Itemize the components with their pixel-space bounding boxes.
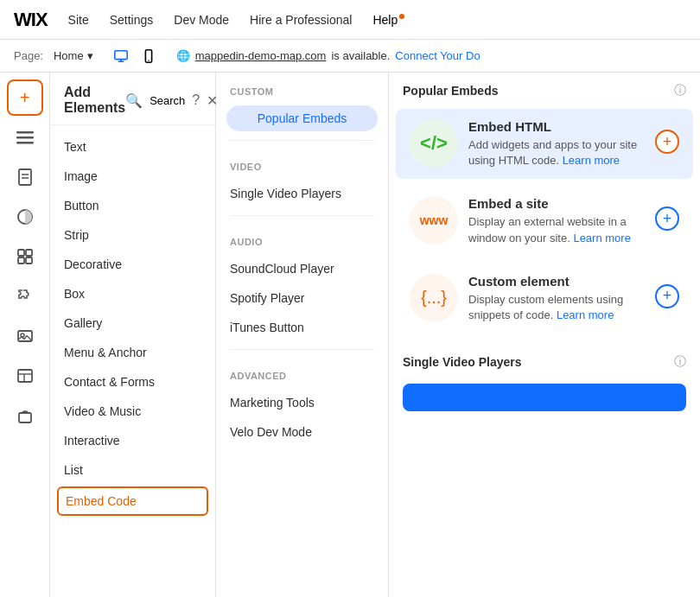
nav-site[interactable]: Site (68, 13, 89, 27)
custom-element-icon-circle: {...} (410, 274, 458, 322)
desktop-icon[interactable] (111, 46, 131, 67)
info-icon: ⓘ (674, 83, 686, 98)
spotify-item[interactable]: Spotify Player (216, 283, 388, 313)
search-label[interactable]: Search (150, 94, 185, 107)
embed-html-desc: Add widgets and apps to your site using … (468, 137, 645, 168)
theme-icon (16, 208, 34, 225)
page-name: Home (54, 49, 84, 62)
top-nav: WIX Site Settings Dev Mode Hire a Profes… (0, 0, 700, 40)
embed-site-desc: Display an external website in a window … (468, 214, 645, 245)
mobile-icon[interactable] (138, 46, 159, 67)
svg-rect-14 (18, 331, 32, 341)
elements-item-video[interactable]: Video & Music (50, 397, 215, 426)
elements-item-list[interactable]: List (50, 455, 215, 485)
svg-point-15 (21, 333, 24, 337)
globe-icon: 🌐 (176, 49, 190, 62)
media-icon-btn[interactable] (7, 318, 43, 354)
soundcloud-item[interactable]: SoundCloud Player (216, 254, 388, 283)
chevron-down-icon: ▾ (87, 49, 93, 62)
elements-item-box[interactable]: Box (50, 279, 215, 308)
embed-html-info: Embed HTML Add widgets and apps to your … (468, 119, 645, 168)
elements-item-strip[interactable]: Strip (50, 220, 215, 250)
svg-point-2 (148, 60, 149, 60)
elements-item-image[interactable]: Image (50, 162, 215, 191)
elements-header-row: Add Elements 🔍 Search ? ✕ (50, 73, 215, 125)
theme-icon-btn[interactable] (7, 199, 43, 235)
elements-item-button[interactable]: Button (50, 191, 215, 220)
popular-embeds-item[interactable]: Popular Embeds (226, 105, 378, 131)
nav-devmode[interactable]: Dev Mode (174, 13, 229, 27)
header-icons: 🔍 Search ? ✕ (125, 92, 218, 109)
svg-rect-11 (26, 250, 32, 256)
table-icon-btn[interactable] (7, 358, 43, 394)
menu-icon-btn[interactable] (7, 119, 43, 156)
store-icon-btn[interactable] (7, 397, 43, 434)
itunes-item[interactable]: iTunes Button (216, 313, 388, 342)
elements-item-gallery[interactable]: Gallery (50, 308, 215, 338)
svg-rect-5 (16, 142, 34, 144)
embed-site-learn-more[interactable]: Learn more (573, 232, 630, 245)
nav-settings[interactable]: Settings (110, 13, 154, 27)
embed-html-card[interactable]: </> Embed HTML Add widgets and apps to y… (396, 109, 693, 179)
custom-element-add-btn[interactable]: + (655, 284, 679, 308)
elements-item-decorative[interactable]: Decorative (50, 250, 215, 279)
nav-help[interactable]: Help (372, 13, 404, 27)
puzzle-icon-btn[interactable] (7, 278, 43, 314)
embed-html-icon-circle: </> (410, 119, 458, 168)
elements-title: Add Elements (64, 85, 125, 116)
single-video-players-title: Single Video Players (403, 355, 521, 369)
device-icons (111, 46, 159, 67)
embed-site-info: Embed a site Display an external website… (468, 196, 645, 245)
table-icon (16, 367, 34, 384)
single-video-info-icon: ⓘ (674, 354, 686, 370)
search-icon[interactable]: 🔍 (125, 92, 143, 109)
popular-embeds-title: Popular Embeds (403, 84, 498, 98)
connect-domain-link[interactable]: Connect Your Do (395, 49, 480, 62)
embed-html-add-btn[interactable]: + (655, 130, 679, 154)
custom-element-desc: Display custom elements using snippets o… (468, 292, 645, 323)
elements-item-interactive[interactable]: Interactive (50, 426, 215, 455)
right-panel: Popular Embeds ⓘ </> Embed HTML Add widg… (389, 73, 700, 597)
grid-icon (16, 248, 34, 265)
wix-logo: WIX (14, 9, 48, 31)
add-elements-icon[interactable]: + (7, 79, 43, 116)
apps-icon-btn[interactable] (7, 238, 43, 275)
elements-item-contact[interactable]: Contact & Forms (50, 367, 215, 397)
url-text[interactable]: mappedin-demo-map.com (195, 49, 327, 62)
nav-hire[interactable]: Hire a Professional (250, 13, 352, 27)
elements-item-text[interactable]: Text (50, 132, 215, 162)
url-bar: 🌐 mappedin-demo-map.com is available. Co… (176, 49, 480, 62)
page-label: Page: (14, 49, 43, 62)
custom-element-learn-more[interactable]: Learn more (557, 308, 614, 321)
pages-icon-btn[interactable] (7, 159, 43, 195)
custom-element-card[interactable]: {...} Custom element Display custom elem… (396, 264, 693, 333)
custom-element-title: Custom element (468, 274, 645, 289)
embed-site-title: Embed a site (468, 196, 645, 211)
divider-3 (230, 349, 374, 350)
sidebar-icons: + (0, 73, 50, 597)
audio-header: AUDIO (216, 223, 388, 254)
embed-site-add-btn[interactable]: + (655, 206, 679, 231)
svg-rect-4 (16, 137, 34, 139)
elements-item-menu[interactable]: Menu & Anchor (50, 338, 215, 367)
middle-panel: CUSTOM Popular Embeds VIDEO Single Video… (216, 73, 389, 597)
divider-2 (230, 215, 374, 216)
single-video-players-header: Single Video Players ⓘ (389, 344, 700, 377)
svg-rect-19 (19, 413, 31, 422)
help-icon[interactable]: ? (192, 92, 200, 108)
embed-html-title: Embed HTML (468, 119, 645, 134)
elements-item-embed[interactable]: Embed Code (57, 486, 208, 516)
bag-icon (16, 407, 34, 424)
velo-dev-mode-item[interactable]: Velo Dev Mode (216, 417, 388, 447)
single-video-players-item[interactable]: Single Video Players (216, 179, 388, 208)
blue-preview-bar (403, 384, 686, 411)
page-icon (17, 168, 33, 186)
main-layout: + (0, 73, 700, 597)
elements-list: Text Image Button Strip Decorative Box G… (50, 125, 215, 597)
page-selector[interactable]: Home ▾ (54, 49, 93, 62)
svg-rect-6 (19, 169, 31, 185)
video-header: VIDEO (216, 148, 388, 179)
marketing-tools-item[interactable]: Marketing Tools (216, 388, 388, 417)
embed-html-learn-more[interactable]: Learn more (563, 154, 620, 167)
embed-site-card[interactable]: www Embed a site Display an external web… (396, 186, 693, 256)
